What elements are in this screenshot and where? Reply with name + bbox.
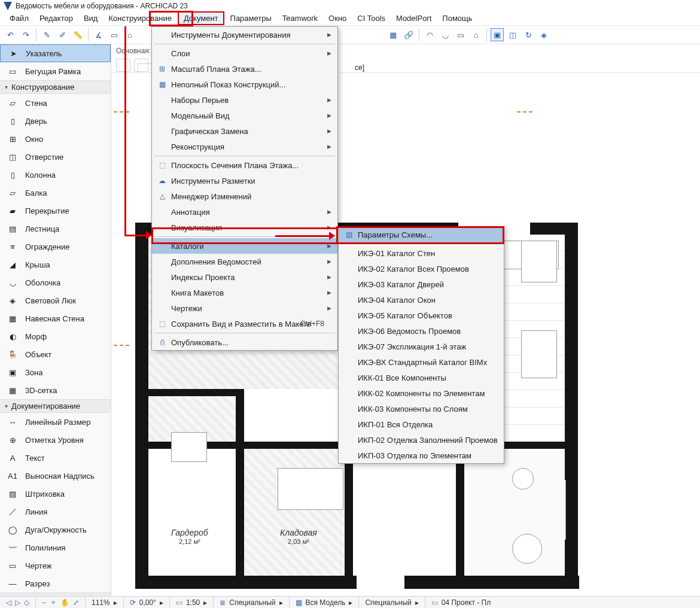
submenu-item-10[interactable]: ИКК-03 Компоненты по Слоям (339, 401, 504, 417)
tool-level-dim[interactable]: ⊕Отметка Уровня (0, 431, 111, 449)
sync-icon[interactable]: ↻ (522, 28, 535, 41)
submenu-item-7[interactable]: ИКЭ-ВХ Стандартный Каталог BIMx (339, 354, 504, 370)
sb-scale[interactable]: ▭1:50▸ (170, 597, 214, 608)
menu-window[interactable]: Окно (324, 13, 351, 24)
tool-skylight[interactable]: ◈Световой Люк (0, 291, 111, 309)
tool-arc[interactable]: ◯Дуга/Окружность (0, 521, 111, 539)
menu-editor[interactable]: Редактор (35, 13, 78, 24)
edit-icon[interactable]: ▭ (108, 28, 121, 41)
tool-section[interactable]: —Разрез (0, 574, 111, 592)
dd-item-2[interactable]: Слои (152, 45, 337, 61)
menu-view[interactable]: Вид (79, 13, 103, 24)
tool-hatch[interactable]: ▨Штриховка (0, 485, 111, 503)
menu-citools[interactable]: CI Tools (352, 13, 390, 24)
submenu-item-6[interactable]: ИКЭ-07 Экспликация 1-й этаж (339, 339, 504, 354)
trace-icon[interactable]: ▦ (386, 28, 400, 41)
submenu-item-8[interactable]: ИКК-01 Все Компоненты (339, 370, 504, 385)
dd-item-3[interactable]: ⊞Масштаб Плана Этажа... (152, 61, 337, 77)
tool-pointer[interactable]: ➤Указатель (0, 44, 111, 62)
home-icon[interactable]: ⌂ (470, 28, 483, 41)
menu-construction[interactable]: Конструирование (104, 13, 176, 24)
dd-item-4[interactable]: ▦Неполный Показ Конструкций... (152, 77, 337, 92)
menu-document[interactable]: Документ (178, 11, 224, 25)
dd-item-5[interactable]: Наборы Перьев (152, 92, 337, 108)
eraser-icon[interactable]: ◫ (506, 28, 519, 41)
submenu-item-0[interactable]: ИКЭ-01 Каталог Стен (339, 245, 504, 261)
tool-polyline[interactable]: 〰Полилиния (0, 539, 111, 557)
tool-opening[interactable]: ◫Отверстие (0, 148, 111, 166)
highlight1-icon[interactable]: ▣ (491, 28, 504, 41)
tool-text[interactable]: AТекст (0, 449, 111, 467)
section-construction[interactable]: ▾Конструирование (0, 80, 111, 94)
tool-column[interactable]: ▯Колонна (0, 166, 111, 184)
dd-item-19[interactable]: Книга Макетов (152, 285, 337, 300)
sb-project[interactable]: ▭04 Проект - Пл (425, 597, 497, 608)
sb-filter1[interactable]: ≣Специальный▸ (214, 597, 289, 608)
menu-help[interactable]: Помощь (437, 13, 477, 24)
dd-item-0[interactable]: Инструменты Документирования (152, 27, 337, 42)
sb-zoom-controls[interactable]: −＋✋⤢ (36, 597, 86, 608)
tool-line[interactable]: ／Линия (0, 503, 111, 521)
angle-icon[interactable]: ∡ (92, 28, 105, 41)
dd-item-13[interactable]: Аннотация (152, 204, 337, 220)
tool-zone[interactable]: ▣Зона (0, 363, 111, 381)
dd-item-18[interactable]: Индексы Проекта (152, 269, 337, 285)
roof-icon[interactable]: ⌂ (123, 28, 136, 41)
tool-window[interactable]: ⊞Окно (0, 130, 111, 148)
submenu-item-12[interactable]: ИКП-02 Отделка Заполнений Проемов (339, 432, 504, 448)
tool-marquee[interactable]: ▭Бегущая Рамка (0, 62, 111, 80)
dd-item-16[interactable]: Каталоги (152, 238, 337, 254)
link-icon[interactable]: 🔗 (402, 28, 415, 41)
tool-door[interactable]: ▯Дверь (0, 112, 111, 130)
dd-item-14[interactable]: Визуализация (152, 220, 337, 235)
tool-beam[interactable]: ▱Балка (0, 184, 111, 202)
submenu-item-4[interactable]: ИКЭ-05 Каталог Объектов (339, 308, 504, 323)
tab-btn-1[interactable] (116, 59, 130, 72)
sb-filter2[interactable]: Специальный▸ (359, 597, 425, 608)
dd-item-7[interactable]: Графическая Замена (152, 123, 337, 139)
redo-icon[interactable]: ↷ (19, 28, 32, 41)
submenu-item-2[interactable]: ИКЭ-03 Каталог Дверей (339, 276, 504, 292)
tool-label[interactable]: A1Выносная Надпись (0, 467, 111, 485)
tool-object[interactable]: 🪑Объект (0, 345, 111, 363)
sb-zoom[interactable]: 111%▸ (86, 597, 124, 608)
tool-curtain-wall[interactable]: ▦Навесная Стена (0, 309, 111, 327)
tool-shell[interactable]: ◡Оболочка (0, 273, 111, 291)
dd-item-17[interactable]: Дополнения Ведомостей (152, 254, 337, 269)
dd-item-6[interactable]: Модельный Вид (152, 108, 337, 123)
tool-railing[interactable]: ≡Ограждение (0, 238, 111, 256)
ruler-icon[interactable]: 📏 (71, 28, 84, 41)
sb-nav[interactable]: ◁▷◇ (0, 597, 36, 608)
tool-morph[interactable]: ◐Морф (0, 327, 111, 345)
menu-modelport[interactable]: ModelPort (391, 13, 436, 24)
dd-item-12[interactable]: △Менеджер Изменений (152, 189, 337, 204)
syringe-icon[interactable]: ✐ (56, 28, 69, 41)
dd-item-8[interactable]: Реконструкция (152, 139, 337, 154)
dd-item-11[interactable]: ☁Инструменты Разметки (152, 173, 337, 189)
submenu-item-13[interactable]: ИКП-03 Отделка по Элементам (339, 448, 504, 463)
submenu-scheme-settings[interactable]: ▤ Параметры Схемы... (339, 227, 504, 242)
tool-wall[interactable]: ▱Стена (0, 94, 111, 112)
submenu-item-3[interactable]: ИКЭ-04 Каталог Окон (339, 292, 504, 308)
tool-linear-dim[interactable]: ↔Линейный Размер (0, 413, 111, 431)
section-documenting[interactable]: ▾Документирование (0, 399, 111, 413)
eyedropper-icon[interactable]: ✎ (40, 28, 53, 41)
submenu-item-5[interactable]: ИКЭ-06 Ведомость Проемов (339, 323, 504, 339)
sb-view[interactable]: ▦Вся Модель▸ (290, 597, 360, 608)
tool-stair[interactable]: ▤Лестница (0, 220, 111, 238)
submenu-item-11[interactable]: ИКП-01 Вся Отделка (339, 417, 504, 432)
dd-item-23[interactable]: ⎙Опубликовать... (152, 335, 337, 350)
tool-roof[interactable]: ◢Крыша (0, 256, 111, 273)
dd-item-20[interactable]: Чертежи (152, 300, 337, 316)
menu-options[interactable]: Параметры (226, 13, 276, 24)
arc2-icon[interactable]: ◡ (439, 28, 452, 41)
submenu-item-9[interactable]: ИКК-02 Компоненты по Элементам (339, 385, 504, 401)
dd-item-10[interactable]: ⬚Плоскость Сечения Плана Этажа... (152, 157, 337, 173)
arc-icon[interactable]: ◠ (423, 28, 436, 41)
submenu-item-1[interactable]: ИКЭ-02 Каталог Всех Проемов (339, 261, 504, 276)
undo-icon[interactable]: ↶ (4, 28, 17, 41)
menu-teamwork[interactable]: Teamwork (278, 13, 322, 24)
rect-icon[interactable]: ▭ (454, 28, 467, 41)
tool-slab[interactable]: ▰Перекрытие (0, 202, 111, 220)
morph-icon[interactable]: ◈ (537, 28, 550, 41)
